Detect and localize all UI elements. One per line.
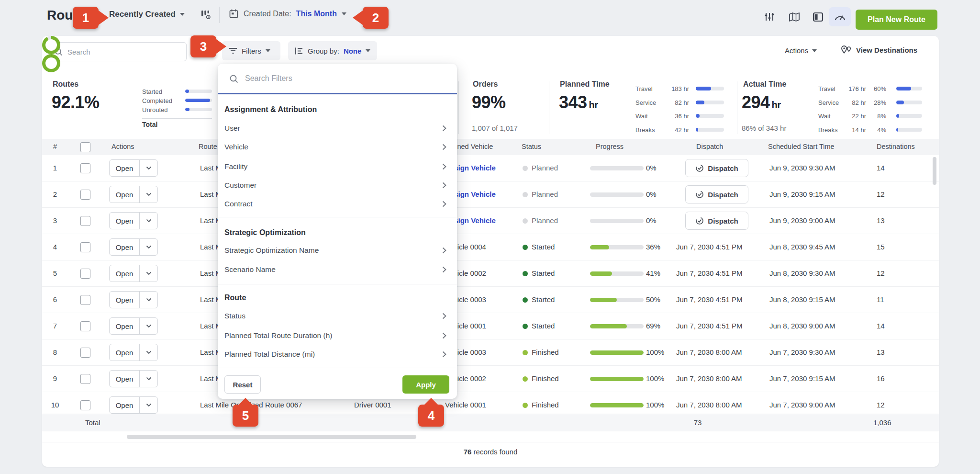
- col-status[interactable]: Status: [522, 143, 541, 150]
- actions-dropdown[interactable]: Actions: [785, 46, 817, 55]
- group-by-button[interactable]: Group by: None: [288, 41, 377, 60]
- row-checkbox[interactable]: [80, 216, 90, 226]
- col-destinations[interactable]: Destinations: [877, 143, 915, 150]
- search-input[interactable]: [67, 47, 180, 56]
- dispatch-button[interactable]: Dispatch: [685, 185, 748, 203]
- created-date-filter[interactable]: Created Date: This Month: [229, 9, 346, 19]
- filters-button[interactable]: Filters: [222, 41, 280, 60]
- filter-icon: [229, 47, 237, 54]
- open-dropdown[interactable]: [139, 186, 157, 203]
- sort-dropdown[interactable]: Recently Created: [109, 10, 185, 19]
- select-all-checkbox[interactable]: [80, 142, 90, 152]
- open-dropdown[interactable]: [139, 397, 157, 413]
- row-checkbox[interactable]: [80, 242, 90, 252]
- reset-button[interactable]: Reset: [224, 375, 261, 394]
- open-dropdown[interactable]: [139, 265, 157, 282]
- row-number: 7: [48, 322, 62, 330]
- vehicle-cell[interactable]: Assign Vehicle: [445, 216, 531, 225]
- open-button[interactable]: Open: [109, 159, 158, 177]
- open-dropdown[interactable]: [139, 292, 157, 308]
- chevron-down-icon: [146, 192, 152, 196]
- open-dropdown[interactable]: [139, 371, 157, 387]
- plan-new-route-button[interactable]: Plan New Route: [856, 10, 937, 30]
- open-dropdown[interactable]: [139, 344, 157, 361]
- dispatch-button[interactable]: Dispatch: [685, 159, 748, 177]
- row-checkbox[interactable]: [80, 269, 90, 279]
- callout-5: 5: [233, 405, 258, 427]
- open-button[interactable]: Open: [109, 186, 158, 203]
- filter-item-facility[interactable]: Facility: [224, 157, 446, 176]
- manage-columns-icon[interactable]: [200, 9, 212, 23]
- filter-item-user[interactable]: User: [224, 119, 446, 138]
- open-label: Open: [110, 160, 139, 176]
- legend-label: Breaks: [635, 126, 655, 134]
- open-button[interactable]: Open: [109, 344, 158, 361]
- map-view-icon[interactable]: [783, 7, 805, 26]
- row-checkbox[interactable]: [80, 400, 90, 410]
- legend-bar: [696, 128, 724, 132]
- vehicle-cell[interactable]: Vehicle 0001: [445, 322, 531, 330]
- row-number: 4: [48, 243, 62, 251]
- open-button[interactable]: Open: [109, 212, 158, 229]
- filter-item-scenario-name[interactable]: Scenario Name: [224, 260, 446, 279]
- row-checkbox[interactable]: [80, 163, 90, 173]
- open-button[interactable]: Open: [109, 291, 158, 308]
- dispatch-button[interactable]: Dispatch: [685, 212, 748, 230]
- legend-bar: [896, 87, 922, 90]
- row-checkbox[interactable]: [80, 190, 90, 200]
- filter-item-planned-total-distance[interactable]: Planned Total Distance (mi): [224, 345, 446, 364]
- row-checkbox[interactable]: [80, 321, 90, 331]
- filter-item-vehicle[interactable]: Vehicle: [224, 137, 446, 157]
- vehicle-cell[interactable]: Vehicle 0004: [445, 243, 531, 251]
- vehicle-cell[interactable]: Vehicle 0003: [445, 348, 531, 356]
- view-settings-icon[interactable]: [758, 7, 780, 26]
- row-checkbox[interactable]: [80, 374, 90, 384]
- open-button[interactable]: Open: [109, 370, 158, 387]
- col-scheduled-start-time[interactable]: Scheduled Start Time: [768, 143, 835, 150]
- col-number[interactable]: #: [48, 143, 62, 150]
- vehicle-cell[interactable]: Vehicle 0003: [445, 295, 531, 304]
- dispatch-time: Jun 7, 2030 4:51 PM: [676, 269, 762, 277]
- side-panel-icon[interactable]: [807, 7, 829, 26]
- open-dropdown[interactable]: [139, 239, 157, 255]
- vehicle-cell[interactable]: Assign Vehicle: [445, 164, 531, 172]
- group-by-value: None: [344, 47, 362, 55]
- created-date-label: Created Date:: [244, 10, 291, 18]
- chevron-down-icon: [146, 403, 152, 407]
- apply-button[interactable]: Apply: [402, 375, 449, 394]
- filter-item-contract[interactable]: Contract: [224, 194, 446, 214]
- vehicle-cell[interactable]: Assign Vehicle: [445, 190, 531, 198]
- filter-item-status[interactable]: Status: [224, 306, 446, 326]
- chevron-down-icon: [146, 245, 152, 249]
- vehicle-cell[interactable]: Vehicle 0002: [445, 374, 531, 383]
- dashboard-gauge-icon[interactable]: [829, 7, 851, 26]
- open-button[interactable]: Open: [109, 317, 158, 335]
- vehicle-cell[interactable]: Vehicle 0002: [445, 269, 531, 277]
- vertical-scrollbar[interactable]: [933, 157, 936, 185]
- filter-item-strategic-optimization-name[interactable]: Strategic Optimization Name: [224, 241, 446, 260]
- view-destinations-button[interactable]: View Destinations: [840, 45, 917, 55]
- open-dropdown[interactable]: [139, 213, 157, 229]
- row-checkbox[interactable]: [80, 295, 90, 305]
- progress-bar: [590, 245, 644, 249]
- col-actions[interactable]: Actions: [111, 143, 134, 150]
- open-dropdown[interactable]: [139, 318, 157, 334]
- col-progress[interactable]: Progress: [596, 143, 624, 150]
- filter-item-customer[interactable]: Customer: [224, 176, 446, 195]
- col-dispatch[interactable]: Dispatch: [696, 143, 723, 150]
- open-label: Open: [110, 213, 139, 229]
- dispatch-check-icon: [695, 164, 704, 172]
- open-button[interactable]: Open: [109, 265, 158, 282]
- open-button[interactable]: Open: [109, 396, 158, 414]
- horizontal-scrollbar[interactable]: [127, 435, 416, 439]
- open-button[interactable]: Open: [109, 238, 158, 256]
- chevron-right-icon: [442, 144, 446, 150]
- chevron-right-icon: [442, 313, 446, 319]
- row-checkbox[interactable]: [80, 348, 90, 358]
- filters-search-input[interactable]: [244, 74, 437, 83]
- open-dropdown[interactable]: [139, 160, 157, 176]
- filter-item-label: Vehicle: [224, 143, 248, 151]
- vehicle-cell[interactable]: Vehicle 0001: [445, 401, 531, 409]
- status-dot: [523, 192, 528, 197]
- filter-item-planned-total-route-duration[interactable]: Planned Total Route Duration (h): [224, 326, 446, 345]
